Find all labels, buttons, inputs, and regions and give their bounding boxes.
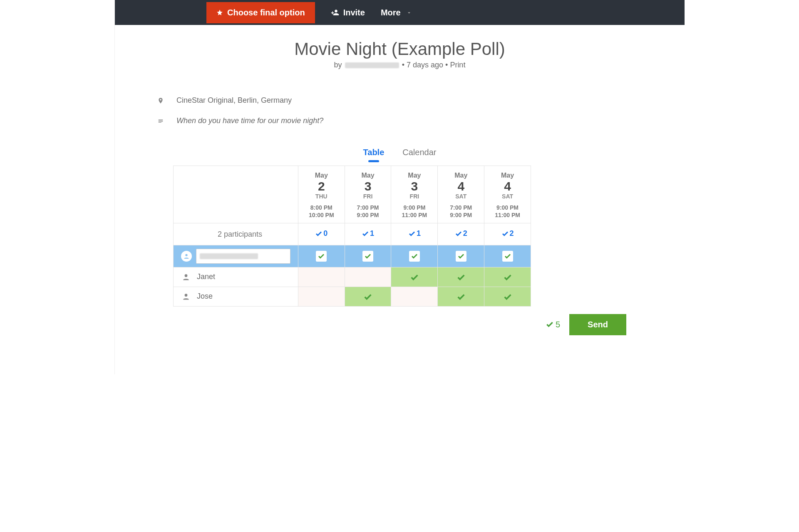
name-input[interactable] bbox=[196, 249, 290, 264]
invite-label: Invite bbox=[343, 8, 365, 17]
summary-cell-4: 2 bbox=[484, 223, 531, 245]
svg-point-2 bbox=[185, 294, 188, 297]
check-icon bbox=[503, 291, 512, 302]
check-icon bbox=[457, 291, 466, 302]
byline: by • 7 days ago • Print bbox=[115, 61, 685, 69]
author-redacted bbox=[345, 62, 399, 68]
summary-cell-2: 1 bbox=[391, 223, 438, 245]
location-text: CineStar Original, Berlin, Germany bbox=[176, 96, 292, 105]
header-row: May 2 THU 8:00 PM 10:00 PM May 3 FRI 7:0… bbox=[174, 166, 531, 223]
participant-row-0: Janet bbox=[174, 267, 531, 287]
vote-cell bbox=[298, 267, 345, 287]
option-header-3: May 4 SAT 7:00 PM 9:00 PM bbox=[438, 166, 484, 223]
check-icon bbox=[457, 272, 466, 282]
participant-name: Jose bbox=[197, 292, 213, 301]
my-vote-row bbox=[174, 245, 531, 267]
more-label: More bbox=[381, 8, 401, 17]
check-icon bbox=[456, 251, 466, 262]
description-icon bbox=[156, 118, 165, 124]
participants-count-label: 2 participants bbox=[174, 223, 298, 245]
choose-final-option-button[interactable]: Choose final option bbox=[206, 2, 315, 23]
person-icon bbox=[181, 251, 192, 262]
my-vote-cell-2[interactable] bbox=[391, 245, 438, 267]
check-icon bbox=[316, 251, 327, 262]
header-empty bbox=[174, 166, 298, 223]
tab-table[interactable]: Table bbox=[363, 148, 385, 160]
info-section: CineStar Original, Berlin, Germany When … bbox=[156, 73, 685, 144]
participant-name: Janet bbox=[197, 272, 215, 281]
check-icon bbox=[503, 272, 512, 282]
vote-cell bbox=[484, 287, 531, 306]
byline-sep2: • bbox=[445, 61, 450, 69]
view-tabs: Table Calendar bbox=[115, 148, 685, 160]
check-icon bbox=[362, 251, 373, 262]
print-link[interactable]: Print bbox=[450, 61, 465, 69]
option-header-1: May 3 FRI 7:00 PM 9:00 PM bbox=[345, 166, 391, 223]
topbar: Choose final option Invite More bbox=[115, 0, 685, 25]
more-menu[interactable]: More bbox=[381, 8, 412, 17]
vote-cell bbox=[484, 267, 531, 287]
name-input-redacted bbox=[200, 253, 258, 259]
vote-cell bbox=[438, 287, 484, 306]
chevron-down-icon bbox=[407, 9, 412, 16]
my-vote-cell-3[interactable] bbox=[438, 245, 484, 267]
by-prefix: by bbox=[334, 61, 342, 69]
send-button[interactable]: Send bbox=[569, 314, 626, 335]
check-icon bbox=[410, 272, 419, 282]
summary-cell-0: 0 bbox=[298, 223, 345, 245]
location-icon bbox=[156, 97, 165, 105]
invite-button[interactable]: Invite bbox=[331, 8, 365, 17]
summary-row: 2 participants 0 1 1 2 2 bbox=[174, 223, 531, 245]
description-text: When do you have time for our movie nigh… bbox=[176, 116, 323, 125]
option-header-4: May 4 SAT 9:00 PM 11:00 PM bbox=[484, 166, 531, 223]
summary-cell-1: 1 bbox=[345, 223, 391, 245]
poll-title: Movie Night (Example Poll) bbox=[115, 39, 685, 59]
my-vote-cell-4[interactable] bbox=[484, 245, 531, 267]
description-row: When do you have time for our movie nigh… bbox=[156, 116, 685, 125]
person-icon bbox=[182, 273, 190, 281]
svg-point-0 bbox=[185, 254, 187, 256]
poll-table: May 2 THU 8:00 PM 10:00 PM May 3 FRI 7:0… bbox=[173, 166, 531, 307]
invite-icon bbox=[331, 8, 339, 17]
check-icon bbox=[409, 251, 420, 262]
check-icon bbox=[363, 291, 372, 302]
footer: 5 Send bbox=[115, 314, 626, 335]
participant-row-1: Jose bbox=[174, 287, 531, 306]
time-ago: 7 days ago bbox=[407, 61, 443, 69]
vote-cell bbox=[391, 267, 438, 287]
option-header-2: May 3 FRI 9:00 PM 11:00 PM bbox=[391, 166, 438, 223]
star-icon bbox=[216, 9, 223, 16]
check-icon bbox=[502, 251, 513, 262]
vote-cell bbox=[438, 267, 484, 287]
vote-cell bbox=[391, 287, 438, 306]
tab-calendar[interactable]: Calendar bbox=[402, 148, 436, 160]
summary-cell-3: 2 bbox=[438, 223, 484, 245]
my-vote-cell-1[interactable] bbox=[345, 245, 391, 267]
my-vote-cell-0[interactable] bbox=[298, 245, 345, 267]
byline-sep1: • bbox=[402, 61, 404, 69]
title-section: Movie Night (Example Poll) by • 7 days a… bbox=[115, 25, 685, 73]
choose-final-option-label: Choose final option bbox=[227, 8, 305, 17]
vote-cell bbox=[298, 287, 345, 306]
vote-cell bbox=[345, 267, 391, 287]
vote-cell bbox=[345, 287, 391, 306]
my-yes-count: 5 bbox=[546, 320, 560, 329]
option-header-0: May 2 THU 8:00 PM 10:00 PM bbox=[298, 166, 345, 223]
person-icon bbox=[182, 292, 190, 301]
svg-point-1 bbox=[185, 274, 188, 277]
location-row: CineStar Original, Berlin, Germany bbox=[156, 96, 685, 105]
